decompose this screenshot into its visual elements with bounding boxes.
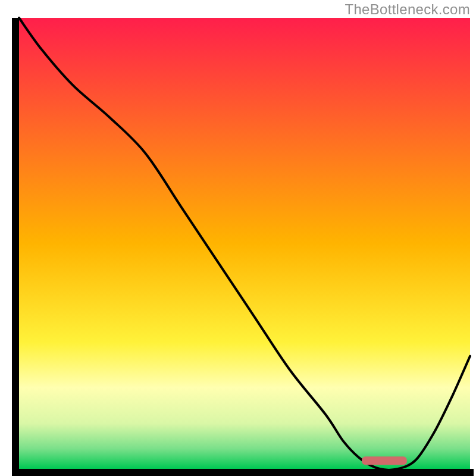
heat-gradient-background <box>19 18 470 469</box>
optimal-range-marker <box>362 456 407 465</box>
watermark-text: TheBottleneck.com <box>345 1 470 18</box>
chart-container: TheBottleneck.com <box>0 0 476 476</box>
bottleneck-chart <box>0 0 476 476</box>
